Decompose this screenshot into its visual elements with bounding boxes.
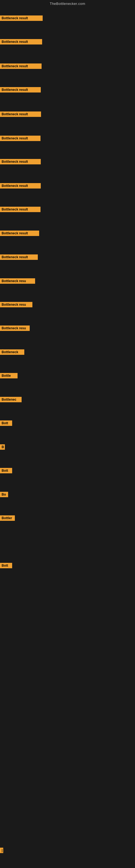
bottleneck-result-bar: Bottleneck result — [0, 87, 41, 93]
bottleneck-result-bar: Bottle — [0, 373, 17, 378]
bottleneck-result-bar: Bo — [0, 492, 8, 497]
bottleneck-result-bar: Bottleneck result — [0, 16, 43, 21]
bottleneck-result-bar: Bottleneck result — [0, 230, 39, 236]
bottleneck-result-bar: Bottleneck result — [0, 112, 41, 117]
bottleneck-result-bar: Bott — [0, 421, 12, 426]
site-title: TheBottlenecker.com — [0, 0, 135, 7]
bottleneck-result-bar: Bottleneck result — [0, 63, 42, 69]
bottleneck-result-bar: Bottleneck — [0, 349, 24, 355]
bottleneck-result-bar: Bottleneck resu — [0, 326, 30, 331]
bottleneck-result-bar: Bottleneck result — [0, 159, 41, 164]
bottleneck-result-bar: Bottleneck resu — [0, 302, 32, 307]
bottleneck-result-bar: Bottleneck result — [0, 135, 41, 141]
bottleneck-result-bar: Bottleneck result — [0, 254, 38, 260]
bottleneck-result-bar: Bottleneck result — [0, 39, 42, 44]
bottleneck-result-bar: Bott — [0, 563, 12, 568]
bottleneck-result-bar: Bottler — [0, 516, 15, 521]
bottleneck-result-bar: Bottleneck resu — [0, 278, 35, 284]
bottleneck-result-bar: Bottleneck result — [0, 183, 41, 188]
bottleneck-result-bar: B — [0, 444, 5, 450]
bottleneck-result-bar: | — [0, 848, 3, 853]
bottleneck-result-bar: Bottleneck result — [0, 207, 41, 212]
bottleneck-result-bar: Bottlenec — [0, 397, 21, 402]
bottleneck-result-bar: Bott — [0, 468, 12, 473]
